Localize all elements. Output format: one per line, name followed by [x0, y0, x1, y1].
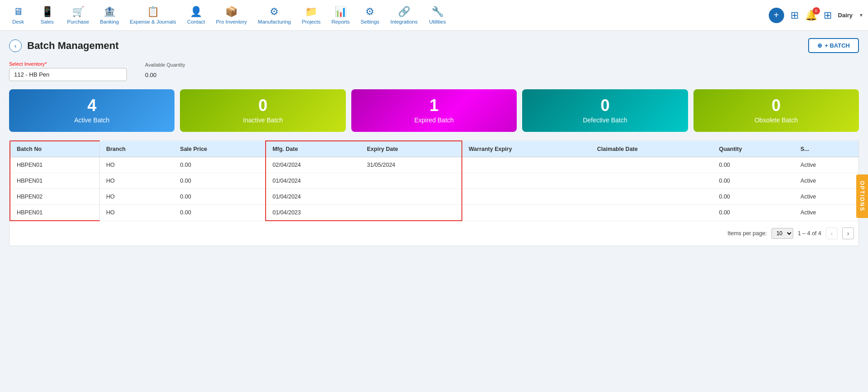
- batch-card-count-obsolete: 0: [771, 97, 781, 114]
- qty-value: 0.00: [145, 69, 185, 81]
- batch-card-count-defective: 0: [601, 97, 610, 114]
- table-row: HBPEN01 HO 0.00 01/04/2024 0.00 Active: [10, 173, 858, 189]
- add-icon: ⊕: [817, 42, 822, 49]
- add-new-button[interactable]: +: [769, 8, 784, 23]
- projects-label: Projects: [302, 19, 321, 24]
- batch-card-count-inactive: 0: [258, 97, 267, 114]
- cell-expiry-date: [360, 205, 462, 221]
- manufacturing-label: Manufacturing: [258, 19, 291, 24]
- inventory-row: Select Inventory* Available Quantity 0.0…: [9, 61, 859, 81]
- cell-status: Active: [794, 189, 858, 205]
- nav-item-expense[interactable]: 📋Expense & Journals: [125, 2, 180, 28]
- cell-claimable-date: [591, 189, 713, 205]
- desk-icon: 🖥: [13, 6, 23, 18]
- nav-item-projects[interactable]: 📁Projects: [297, 2, 325, 28]
- grid-icon[interactable]: ⊞: [790, 10, 799, 21]
- col-expiry-date: Expiry Date: [360, 141, 462, 157]
- batch-card-expired[interactable]: 1Expired Batch: [351, 89, 517, 132]
- col-batch-no: Batch No: [10, 141, 100, 157]
- col-status: S...: [794, 141, 858, 157]
- nav-item-purchase[interactable]: 🛒Purchase: [63, 2, 94, 28]
- cell-quantity: 0.00: [713, 205, 794, 221]
- add-batch-button[interactable]: ⊕ + BATCH: [808, 38, 859, 53]
- batch-card-label-obsolete: Obsolete Batch: [754, 116, 798, 124]
- page-header: ‹ Batch Management ⊕ + BATCH: [9, 38, 859, 53]
- col-sale-price: Sale Price: [174, 141, 266, 157]
- cell-warranty-expiry: [462, 205, 591, 221]
- nav-right: + ⊞ 🔔 0 ⊞ Dairy ▼: [769, 8, 863, 23]
- cell-expiry-date: 31/05/2024: [360, 157, 462, 173]
- cell-batch-no: HBPEN02: [10, 189, 100, 205]
- cell-quantity: 0.00: [713, 157, 794, 173]
- table-header-row: Batch No Branch Sale Price Mfg. Date Exp…: [10, 141, 858, 157]
- reports-icon: 📊: [335, 6, 347, 18]
- nav-item-reports[interactable]: 📊Reports: [327, 2, 354, 28]
- projects-icon: 📁: [305, 6, 317, 18]
- back-button[interactable]: ‹: [9, 39, 22, 52]
- batch-card-defective[interactable]: 0Defective Batch: [522, 89, 688, 132]
- cell-branch: HO: [100, 189, 174, 205]
- main-content: ‹ Batch Management ⊕ + BATCH Select Inve…: [0, 31, 868, 253]
- nav-item-sales[interactable]: 📱Sales: [34, 2, 61, 28]
- cell-mfg-date: 01/04/2023: [266, 205, 360, 221]
- batch-cards: 4Active Batch0Inactive Batch1Expired Bat…: [9, 89, 859, 132]
- options-tab[interactable]: OPTIONS: [856, 174, 868, 218]
- table-header: Batch No Branch Sale Price Mfg. Date Exp…: [10, 141, 858, 157]
- sales-label: Sales: [41, 19, 54, 24]
- cell-expiry-date: [360, 189, 462, 205]
- nav-item-settings[interactable]: ⚙Settings: [356, 2, 384, 28]
- cell-batch-no: HBPEN01: [10, 157, 100, 173]
- pro-inventory-label: Pro Inventory: [216, 19, 247, 24]
- col-claimable-date: Claimable Date: [591, 141, 713, 157]
- cell-status: Active: [794, 157, 858, 173]
- cell-batch-no: HBPEN01: [10, 173, 100, 189]
- batch-card-obsolete[interactable]: 0Obsolete Batch: [693, 89, 859, 132]
- sales-icon: 📱: [41, 6, 53, 18]
- nav-item-banking[interactable]: 🏦Banking: [96, 2, 124, 28]
- user-dropdown-arrow[interactable]: ▼: [859, 13, 863, 18]
- items-per-page-select[interactable]: 5102550: [771, 228, 793, 239]
- purchase-icon: 🛒: [72, 6, 84, 18]
- cell-sale-price: 0.00: [174, 189, 266, 205]
- purchase-label: Purchase: [67, 19, 89, 24]
- nav-item-integrations[interactable]: 🔗Integrations: [386, 2, 422, 28]
- banking-icon: 🏦: [103, 6, 116, 18]
- desk-label: Desk: [12, 19, 24, 24]
- cell-branch: HO: [100, 205, 174, 221]
- cell-claimable-date: [591, 173, 713, 189]
- col-warranty-expiry: Warranty Expiry: [462, 141, 591, 157]
- items-per-page-label: Items per page:: [727, 230, 767, 237]
- col-quantity: Quantity: [713, 141, 794, 157]
- cell-warranty-expiry: [462, 173, 591, 189]
- batch-card-inactive[interactable]: 0Inactive Batch: [180, 89, 345, 132]
- nav-item-manufacturing[interactable]: ⚙Manufacturing: [253, 2, 296, 28]
- manufacturing-icon: ⚙: [270, 6, 279, 18]
- pagination: Items per page: 5102550 1 – 4 of 4 ‹ ›: [10, 221, 858, 246]
- contact-label: Contact: [187, 19, 205, 24]
- table-row: HBPEN02 HO 0.00 01/04/2024 0.00 Active: [10, 189, 858, 205]
- user-name[interactable]: Dairy: [838, 12, 853, 19]
- page-header-left: ‹ Batch Management: [9, 39, 119, 52]
- table-body: HBPEN01 HO 0.00 02/04/2024 31/05/2024 0.…: [10, 157, 858, 221]
- batch-table-wrapper: Batch No Branch Sale Price Mfg. Date Exp…: [9, 140, 859, 246]
- apps-icon[interactable]: ⊞: [824, 10, 832, 21]
- batch-card-label-active: Active Batch: [74, 116, 110, 124]
- next-page-button[interactable]: ›: [842, 227, 854, 239]
- pro-inventory-icon: 📦: [225, 6, 238, 18]
- nav-item-pro-inventory[interactable]: 📦Pro Inventory: [211, 2, 251, 28]
- nav-item-contact[interactable]: 👤Contact: [182, 2, 209, 28]
- cell-status: Active: [794, 173, 858, 189]
- nav-item-desk[interactable]: 🖥Desk: [5, 2, 32, 28]
- cell-claimable-date: [591, 205, 713, 221]
- cell-sale-price: 0.00: [174, 205, 266, 221]
- notification-icon[interactable]: 🔔 0: [805, 10, 817, 21]
- page-range-text: 1 – 4 of 4: [798, 230, 821, 237]
- batch-card-active[interactable]: 4Active Batch: [9, 89, 175, 132]
- col-branch: Branch: [100, 141, 174, 157]
- nav-item-utilities[interactable]: 🔧Utilities: [424, 2, 451, 28]
- select-inventory-input[interactable]: [9, 68, 127, 81]
- prev-page-button[interactable]: ‹: [826, 227, 838, 239]
- batch-card-label-defective: Defective Batch: [583, 116, 627, 124]
- cell-mfg-date: 02/04/2024: [266, 157, 360, 173]
- cell-quantity: 0.00: [713, 173, 794, 189]
